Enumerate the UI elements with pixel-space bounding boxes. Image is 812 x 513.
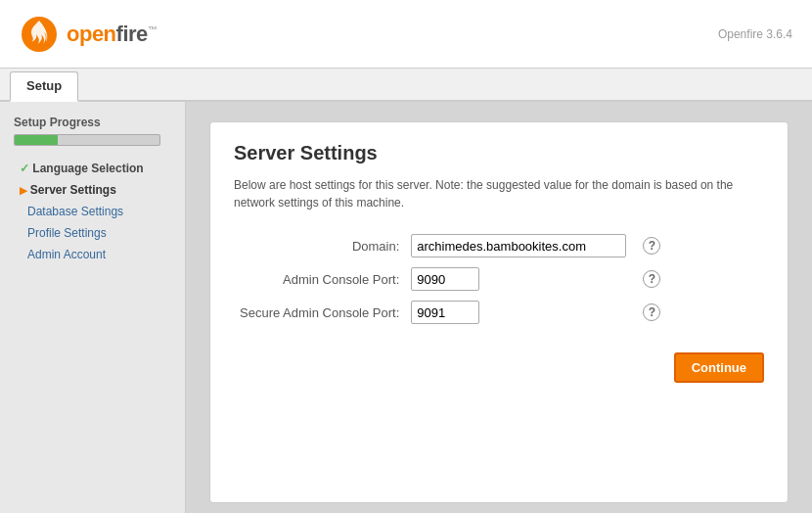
secure-port-cell bbox=[405, 296, 632, 329]
version-label: Openfire 3.6.4 bbox=[718, 27, 792, 41]
continue-button[interactable]: Continue bbox=[674, 352, 764, 383]
domain-row: Domain: ? bbox=[234, 229, 666, 262]
progress-fill bbox=[15, 135, 58, 145]
progress-label: Setup Progress bbox=[14, 116, 175, 129]
progress-bar bbox=[14, 134, 160, 146]
sidebar: Setup Progress Language Selection Server… bbox=[0, 102, 186, 513]
secure-port-row: Secure Admin Console Port: ? bbox=[234, 296, 666, 329]
secure-port-help-icon[interactable]: ? bbox=[643, 303, 660, 321]
sidebar-item-profile[interactable]: Profile Settings bbox=[14, 222, 175, 244]
openfire-logo-icon bbox=[20, 15, 59, 54]
admin-port-input[interactable] bbox=[411, 267, 479, 291]
sidebar-item-language[interactable]: Language Selection bbox=[14, 158, 175, 179]
settings-description: Below are host settings for this server.… bbox=[234, 176, 764, 211]
header: openfire™ Openfire 3.6.4 bbox=[0, 0, 812, 69]
admin-port-help-icon[interactable]: ? bbox=[643, 270, 660, 288]
domain-input[interactable] bbox=[411, 234, 626, 257]
content-area: Server Settings Below are host settings … bbox=[186, 102, 812, 513]
domain-field-cell bbox=[405, 229, 632, 262]
logo-text: openfire™ bbox=[67, 22, 157, 47]
sidebar-item-server[interactable]: Server Settings bbox=[14, 179, 175, 201]
sidebar-item-database[interactable]: Database Settings bbox=[14, 201, 175, 222]
admin-port-row: Admin Console Port: ? bbox=[234, 262, 666, 296]
main-layout: Setup Progress Language Selection Server… bbox=[0, 102, 812, 513]
admin-port-label: Admin Console Port: bbox=[234, 262, 405, 296]
secure-port-input[interactable] bbox=[411, 301, 479, 324]
logo: openfire™ bbox=[20, 15, 157, 54]
page-title: Server Settings bbox=[234, 142, 764, 164]
sidebar-item-admin[interactable]: Admin Account bbox=[14, 244, 175, 265]
domain-help-icon[interactable]: ? bbox=[643, 237, 660, 255]
settings-panel: Server Settings Below are host settings … bbox=[209, 121, 789, 503]
domain-label: Domain: bbox=[234, 229, 405, 262]
admin-port-cell bbox=[405, 262, 632, 296]
settings-form: Domain: ? Admin Console Port: ? bbox=[234, 229, 666, 329]
tab-setup[interactable]: Setup bbox=[10, 71, 78, 102]
navbar: Setup bbox=[0, 69, 812, 102]
secure-port-label: Secure Admin Console Port: bbox=[234, 296, 405, 329]
